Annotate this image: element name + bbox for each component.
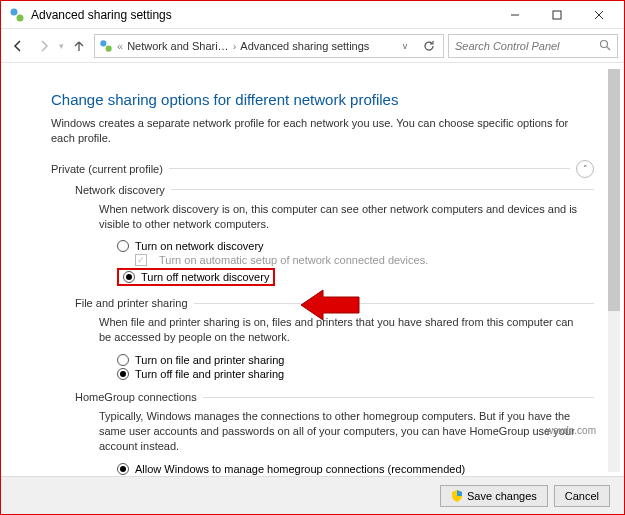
button-label: Cancel (565, 490, 599, 502)
radio-label: Allow Windows to manage homegroup connec… (135, 463, 465, 475)
radio-icon (117, 354, 129, 366)
divider (194, 303, 594, 304)
address-bar[interactable]: « Network and Shari… › Advanced sharing … (94, 34, 444, 58)
navbar: ▾ « Network and Shari… › Advanced sharin… (1, 29, 624, 63)
file-printer-label: File and printer sharing (75, 297, 188, 309)
svg-line-9 (607, 47, 610, 50)
footer: Save changes Cancel (1, 476, 624, 514)
radio-network-discovery-off[interactable]: Turn off network discovery (117, 267, 594, 287)
minimize-icon (510, 10, 520, 20)
minimize-button[interactable] (494, 3, 536, 27)
divider (169, 168, 570, 169)
arrow-left-icon (11, 39, 25, 53)
radio-label: Turn on network discovery (135, 240, 264, 252)
svg-point-7 (106, 45, 112, 51)
search-box[interactable] (448, 34, 618, 58)
content-area: Change sharing options for different net… (1, 63, 624, 478)
scrollbar-thumb[interactable] (608, 69, 620, 311)
titlebar: Advanced sharing settings (1, 1, 624, 29)
radio-label: Turn off file and printer sharing (135, 368, 284, 380)
page-description: Windows creates a separate network profi… (51, 116, 594, 146)
watermark: wsxdn.com (546, 425, 596, 436)
svg-point-0 (11, 8, 18, 15)
page-title: Change sharing options for different net… (51, 91, 594, 108)
homegroup-desc: Typically, Windows manages the connectio… (99, 409, 584, 454)
profile-private-header[interactable]: Private (current profile) ˄ (51, 160, 594, 178)
cancel-button[interactable]: Cancel (554, 485, 610, 507)
divider (171, 189, 594, 190)
search-icon (599, 39, 611, 53)
shield-icon (451, 490, 463, 502)
svg-point-1 (17, 14, 24, 21)
profile-private-label: Private (current profile) (51, 163, 163, 175)
file-printer-desc: When file and printer sharing is on, fil… (99, 315, 584, 345)
radio-label: Turn on file and printer sharing (135, 354, 284, 366)
sharing-icon-small (99, 39, 113, 53)
refresh-icon (423, 40, 435, 52)
forward-button[interactable] (33, 35, 55, 57)
network-discovery-label: Network discovery (75, 184, 165, 196)
breadcrumb-current[interactable]: Advanced sharing settings (240, 40, 369, 52)
address-dropdown[interactable]: v (395, 36, 415, 56)
radio-network-discovery-on[interactable]: Turn on network discovery (117, 239, 594, 253)
refresh-button[interactable] (419, 36, 439, 56)
divider (203, 397, 594, 398)
radio-icon (117, 463, 129, 475)
network-discovery-header: Network discovery (75, 184, 594, 196)
radio-file-printer-on[interactable]: Turn on file and printer sharing (117, 353, 594, 367)
close-button[interactable] (578, 3, 620, 27)
homegroup-label: HomeGroup connections (75, 391, 197, 403)
checkbox-icon: ✓ (135, 254, 147, 266)
svg-point-8 (601, 40, 608, 47)
save-changes-button[interactable]: Save changes (440, 485, 548, 507)
svg-rect-3 (553, 11, 561, 19)
radio-icon (117, 240, 129, 252)
chevron-right-icon: › (233, 40, 237, 52)
search-input[interactable] (455, 40, 599, 52)
homegroup-header: HomeGroup connections (75, 391, 594, 403)
breadcrumb-parent[interactable]: Network and Shari… (127, 40, 229, 52)
file-printer-header: File and printer sharing (75, 297, 594, 309)
vertical-scrollbar[interactable] (608, 69, 620, 472)
button-label: Save changes (467, 490, 537, 502)
up-button[interactable] (68, 35, 90, 57)
window-title: Advanced sharing settings (31, 8, 494, 22)
chevron-right-icon: « (117, 40, 123, 52)
collapse-button[interactable]: ˄ (576, 160, 594, 178)
back-button[interactable] (7, 35, 29, 57)
maximize-icon (552, 10, 562, 20)
highlight-box: Turn off network discovery (117, 268, 275, 286)
sharing-icon (9, 7, 25, 23)
checkbox-auto-setup: ✓ Turn on automatic setup of network con… (117, 253, 594, 267)
checkbox-label: Turn on automatic setup of network conne… (159, 254, 428, 266)
close-icon (594, 10, 604, 20)
network-discovery-desc: When network discovery is on, this compu… (99, 202, 584, 232)
radio-label: Turn off network discovery (141, 271, 269, 283)
chevron-up-icon: ˄ (583, 164, 588, 174)
radio-icon (117, 368, 129, 380)
svg-point-6 (100, 40, 106, 46)
radio-icon (123, 271, 135, 283)
history-dropdown[interactable]: ▾ (59, 41, 64, 51)
maximize-button[interactable] (536, 3, 578, 27)
radio-homegroup-allow[interactable]: Allow Windows to manage homegroup connec… (117, 462, 594, 476)
radio-file-printer-off[interactable]: Turn off file and printer sharing (117, 367, 594, 381)
arrow-right-icon (37, 39, 51, 53)
arrow-up-icon (72, 39, 86, 53)
